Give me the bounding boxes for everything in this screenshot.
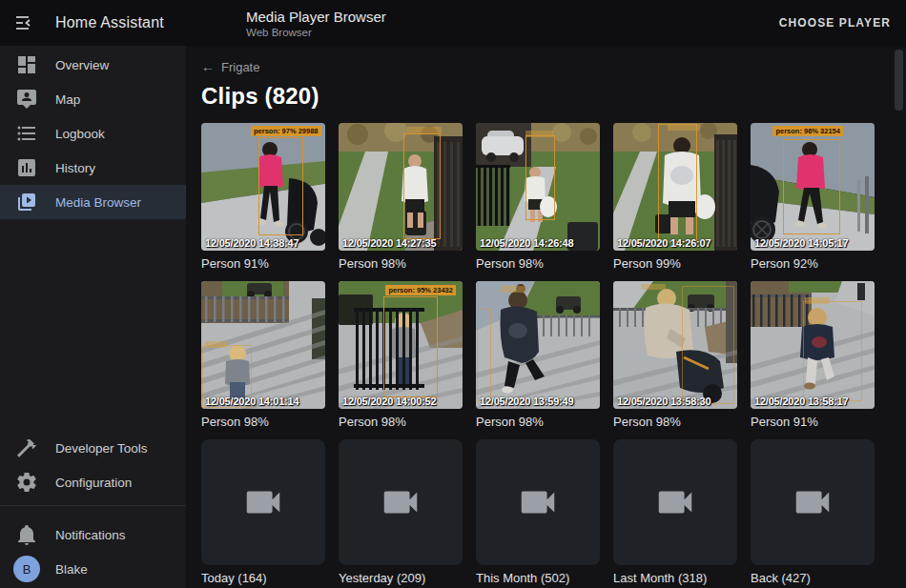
clip-thumbnail: 12/05/2020 13:58:30 [613, 281, 737, 409]
clips-grid: person: 97% 29988 12/05/2020 14:38:47 Pe… [201, 123, 906, 585]
media-browser-content: ← Frigate Clips (820) [186, 46, 906, 588]
clip-caption: Person 98% [613, 415, 737, 429]
sidebar-toggle-icon[interactable] [13, 11, 36, 34]
sidebar-item-label: Media Browser [55, 195, 141, 210]
detection-bbox [403, 133, 441, 239]
clip-card[interactable]: 12/05/2020 13:58:17 Person 91% [751, 281, 875, 429]
clip-caption: Person 98% [476, 256, 600, 271]
clip-caption: Person 91% [201, 256, 325, 271]
folder-thumbnail [339, 439, 463, 565]
clip-timestamp: 12/05/2020 14:01:14 [205, 395, 299, 407]
sidebar-item-notifications[interactable]: Notifications [0, 517, 186, 552]
sidebar: Overview Map Logbook History Media Brows… [0, 46, 186, 588]
clip-card[interactable]: 12/05/2020 14:26:48 Person 98% [476, 123, 600, 271]
detection-bbox [258, 137, 303, 235]
clip-timestamp: 12/05/2020 14:00:52 [342, 395, 436, 407]
sidebar-item-label: Logbook [55, 127, 105, 141]
video-icon [516, 480, 560, 524]
video-icon [653, 480, 697, 524]
back-arrow-icon: ← [201, 59, 215, 74]
chart-icon [15, 156, 38, 179]
clip-caption: Person 98% [339, 415, 463, 429]
folder-card-back[interactable]: Back (427) [751, 439, 875, 585]
folder-card-yesterday[interactable]: Yesterday (209) [339, 439, 463, 585]
gear-icon [15, 471, 38, 494]
clip-thumbnail: 12/05/2020 13:58:17 [751, 281, 875, 409]
detection-label: person: 95% 23432 [385, 285, 456, 295]
clip-timestamp: 12/05/2020 14:38:47 [205, 237, 299, 249]
sidebar-item-label: Overview [55, 58, 109, 72]
clip-timestamp: 12/05/2020 13:58:17 [754, 395, 848, 407]
folder-thumbnail [201, 439, 325, 565]
sidebar-item-media-browser[interactable]: Media Browser [0, 185, 186, 219]
sidebar-header: Home Assistant [0, 11, 186, 34]
folder-label: This Month (502) [476, 571, 600, 585]
clip-card[interactable]: 12/05/2020 14:27:35 Person 98% [339, 123, 463, 271]
sidebar-item-label: Map [55, 92, 80, 107]
folder-card-this-month[interactable]: This Month (502) [476, 439, 600, 585]
clip-card[interactable]: person: 97% 29988 12/05/2020 14:38:47 Pe… [201, 123, 325, 271]
app-bar: Home Assistant Media Player Browser Web … [0, 0, 906, 46]
clip-card[interactable]: 12/05/2020 14:26:07 Person 99% [613, 123, 737, 271]
folder-card-last-month[interactable]: Last Month (318) [613, 439, 737, 585]
scrollbar-thumb[interactable] [895, 50, 903, 111]
clip-thumbnail: 12/05/2020 14:26:07 [613, 123, 737, 251]
clip-thumbnail: 12/05/2020 14:27:35 [339, 123, 463, 251]
header-title: Media Player Browser [246, 9, 386, 25]
app-title: Home Assistant [55, 14, 164, 31]
clip-caption: Person 91% [751, 415, 875, 429]
detection-bbox [477, 309, 490, 400]
clip-timestamp: 12/05/2020 13:59:49 [480, 395, 573, 407]
folder-label: Yesterday (209) [339, 571, 463, 585]
sidebar-item-configuration[interactable]: Configuration [0, 465, 186, 499]
clip-thumbnail: 12/05/2020 14:26:48 [476, 123, 600, 251]
choose-player-button[interactable]: CHOOSE PLAYER [779, 16, 891, 30]
detection-bbox [783, 139, 840, 233]
clip-thumbnail: 12/05/2020 14:01:14 [201, 281, 325, 409]
detection-label-faded [668, 124, 700, 131]
sidebar-bottom: Developer Tools Configuration Notificati… [0, 431, 186, 586]
detection-bbox [383, 296, 438, 397]
sidebar-item-map[interactable]: Map [0, 82, 186, 116]
clip-timestamp: 12/05/2020 14:27:35 [342, 237, 436, 249]
hammer-icon [15, 436, 38, 459]
folder-label: Back (427) [751, 571, 875, 585]
clip-card[interactable]: person: 95% 23432 12/05/2020 14:00:52 Pe… [339, 281, 463, 429]
breadcrumb[interactable]: ← Frigate [201, 59, 259, 74]
sidebar-item-history[interactable]: History [0, 151, 186, 185]
detection-label: person: 97% 29988 [251, 126, 321, 136]
clip-scene [339, 123, 463, 251]
clip-thumbnail: 12/05/2020 13:59:49 [476, 281, 600, 409]
sidebar-divider [0, 505, 186, 506]
header-subtitle: Web Browser [246, 27, 386, 38]
dashboard-icon [15, 53, 38, 76]
sidebar-item-developer-tools[interactable]: Developer Tools [0, 431, 186, 465]
folder-thumbnail [751, 439, 875, 565]
detection-bbox [525, 135, 555, 219]
detection-label-faded [501, 286, 525, 293]
detection-bbox [658, 124, 698, 241]
folder-thumbnail [476, 439, 600, 565]
clip-timestamp: 12/05/2020 13:58:30 [617, 395, 710, 407]
sidebar-item-label: Notifications [55, 528, 126, 542]
sidebar-item-user[interactable]: B Blake [0, 552, 186, 586]
page-header: Media Player Browser Web Browser [246, 9, 386, 38]
list-icon [15, 122, 38, 145]
clip-timestamp: 12/05/2020 14:05:17 [754, 237, 848, 249]
folder-card-today[interactable]: Today (164) [201, 439, 325, 585]
clip-card[interactable]: 12/05/2020 13:58:30 Person 98% [613, 281, 737, 429]
clip-caption: Person 98% [201, 415, 325, 429]
video-icon [241, 480, 285, 524]
clip-caption: Person 92% [751, 256, 875, 271]
clip-card[interactable]: person: 96% 32154 12/05/2020 14:05:17 Pe… [751, 123, 875, 271]
user-name: Blake [55, 562, 88, 577]
detection-label-faded [525, 131, 553, 137]
page-title: Clips (820) [201, 83, 906, 110]
clip-timestamp: 12/05/2020 14:26:48 [480, 237, 573, 249]
clip-card[interactable]: 12/05/2020 14:01:14 Person 98% [201, 281, 325, 429]
bell-icon [15, 523, 38, 546]
sidebar-item-overview[interactable]: Overview [0, 48, 186, 82]
sidebar-item-logbook[interactable]: Logbook [0, 116, 186, 151]
clip-timestamp: 12/05/2020 14:26:07 [617, 237, 710, 249]
clip-card[interactable]: 12/05/2020 13:59:49 Person 98% [476, 281, 600, 429]
